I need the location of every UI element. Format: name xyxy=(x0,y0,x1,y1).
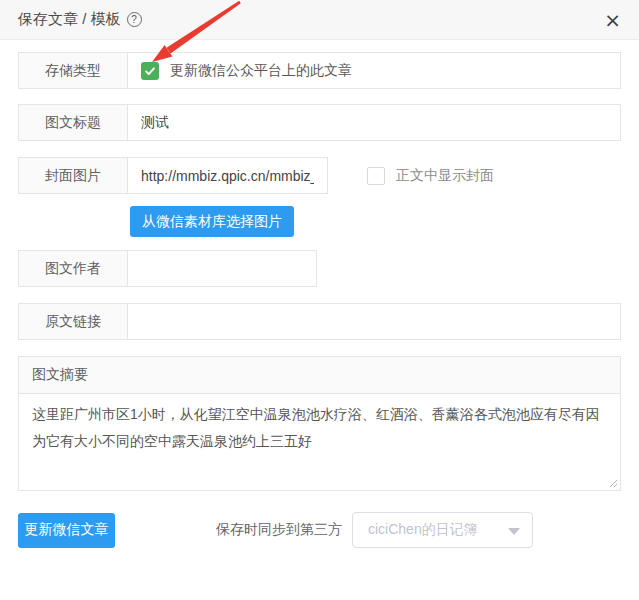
cover-image-line: 封面图片 正文中显示封面 xyxy=(18,157,621,194)
cover-image-value xyxy=(128,158,327,193)
update-article-checkbox-label[interactable]: 更新微信公众平台上的此文章 xyxy=(170,62,352,80)
close-icon[interactable]: × xyxy=(604,10,621,30)
sync-target-select[interactable]: ciciChen的日记簿 xyxy=(352,512,533,548)
article-author-value xyxy=(128,251,316,286)
storage-type-label: 存储类型 xyxy=(19,53,128,88)
original-link-row: 原文链接 xyxy=(18,303,621,340)
help-icon[interactable]: ? xyxy=(127,12,142,27)
original-link-label: 原文链接 xyxy=(19,304,128,339)
check-icon xyxy=(143,64,157,78)
dialog-footer: 更新微信文章 保存时同步到第三方 ciciChen的日记簿 xyxy=(18,512,621,548)
summary-section: 图文摘要 这里距广州市区1小时，从化望江空中温泉泡池水疗浴、红酒浴、香薰浴各式泡… xyxy=(18,356,621,491)
storage-type-row: 存储类型 更新微信公众平台上的此文章 xyxy=(18,52,621,89)
article-author-input[interactable] xyxy=(141,261,303,277)
update-wechat-article-button[interactable]: 更新微信文章 xyxy=(18,513,115,548)
summary-body: 这里距广州市区1小时，从化望江空中温泉泡池水疗浴、红酒浴、香薰浴各式泡池应有尽有… xyxy=(19,394,620,490)
summary-label: 图文摘要 xyxy=(19,357,620,394)
article-title-label: 图文标题 xyxy=(19,105,128,140)
update-article-checkbox[interactable] xyxy=(141,62,159,80)
article-author-label: 图文作者 xyxy=(19,251,128,286)
cover-image-url-input[interactable] xyxy=(141,168,314,184)
show-cover-option: 正文中显示封面 xyxy=(367,167,494,185)
storage-type-value: 更新微信公众平台上的此文章 xyxy=(128,53,620,88)
chevron-down-icon xyxy=(508,528,520,535)
show-cover-checkbox-label[interactable]: 正文中显示封面 xyxy=(396,167,494,185)
summary-textarea[interactable]: 这里距广州市区1小时，从化望江空中温泉泡池水疗浴、红酒浴、香薰浴各式泡池应有尽有… xyxy=(19,394,620,490)
article-title-value xyxy=(128,105,620,140)
original-link-value xyxy=(128,304,620,339)
select-material-image-button[interactable]: 从微信素材库选择图片 xyxy=(130,206,294,237)
cover-image-row: 封面图片 xyxy=(18,157,328,194)
article-title-input[interactable] xyxy=(141,115,607,131)
dialog-title: 保存文章 / 模板 xyxy=(18,10,121,29)
cover-image-label: 封面图片 xyxy=(19,158,128,193)
sync-target-selected-value: ciciChen的日记簿 xyxy=(368,521,478,539)
sync-third-party-label: 保存时同步到第三方 xyxy=(216,521,342,539)
dialog-body: 存储类型 更新微信公众平台上的此文章 图文标题 封面图片 正文中显示封面 xyxy=(0,52,639,548)
show-cover-checkbox[interactable] xyxy=(367,167,385,185)
article-author-row: 图文作者 xyxy=(18,250,317,287)
article-title-row: 图文标题 xyxy=(18,104,621,141)
dialog-header: 保存文章 / 模板 ? × xyxy=(0,0,639,40)
original-link-input[interactable] xyxy=(141,314,607,330)
